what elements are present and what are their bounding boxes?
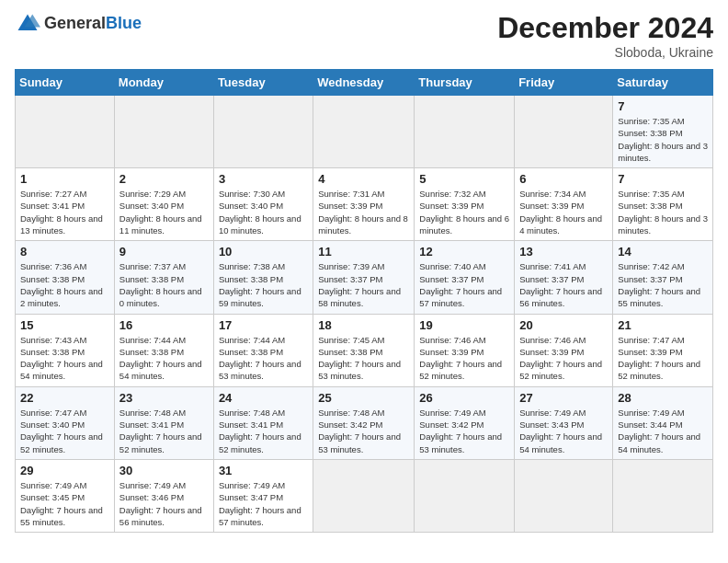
day-info: Sunrise: 7:29 AMSunset: 3:40 PMDaylight:… [119,188,209,236]
calendar-cell: 6Sunrise: 7:34 AMSunset: 3:39 PMDaylight… [515,168,613,241]
calendar-cell: 14Sunrise: 7:42 AMSunset: 3:37 PMDayligh… [613,241,713,314]
day-info: Sunrise: 7:46 AMSunset: 3:39 PMDaylight:… [519,334,608,383]
day-info: Sunrise: 7:30 AMSunset: 3:40 PMDaylight:… [219,188,308,236]
day-number: 30 [119,464,209,477]
calendar-cell [16,96,115,168]
calendar-cell: 18Sunrise: 7:45 AMSunset: 3:38 PMDayligh… [313,314,415,386]
day-number: 5 [419,172,509,186]
day-info: Sunrise: 7:48 AMSunset: 3:41 PMDaylight:… [119,407,209,455]
day-info: Sunrise: 7:49 AMSunset: 3:43 PMDaylight:… [519,407,608,455]
day-info: Sunrise: 7:43 AMSunset: 3:38 PMDaylight:… [20,334,109,383]
day-number: 15 [20,318,109,332]
calendar-cell [613,459,713,532]
logo-general: General [44,14,106,32]
day-number: 7 [618,99,708,113]
calendar-cell [313,96,415,168]
main-title: December 2024 [497,11,713,45]
day-number: 13 [519,245,608,259]
day-info: Sunrise: 7:31 AMSunset: 3:39 PMDaylight:… [318,188,409,236]
day-info: Sunrise: 7:47 AMSunset: 3:40 PMDaylight:… [20,407,109,455]
calendar-cell: 9Sunrise: 7:37 AMSunset: 3:38 PMDaylight… [114,241,213,314]
day-info: Sunrise: 7:49 AMSunset: 3:47 PMDaylight:… [219,479,308,528]
calendar-cell: 4Sunrise: 7:31 AMSunset: 3:39 PMDaylight… [313,168,415,241]
day-number: 20 [519,318,608,332]
calendar-cell: 10Sunrise: 7:38 AMSunset: 3:38 PMDayligh… [213,241,313,314]
title-block: December 2024 Sloboda, Ukraine [497,11,713,60]
calendar-cell [313,459,415,532]
day-number: 14 [618,245,708,259]
day-info: Sunrise: 7:48 AMSunset: 3:42 PMDaylight:… [318,407,409,455]
calendar-cell: 7Sunrise: 7:35 AMSunset: 3:38 PMDaylight… [613,168,713,241]
calendar-cell: 12Sunrise: 7:40 AMSunset: 3:37 PMDayligh… [415,241,515,314]
calendar-day-header: Sunday [16,70,115,96]
day-number: 22 [20,391,109,405]
day-number: 25 [318,391,409,405]
calendar-cell: 16Sunrise: 7:44 AMSunset: 3:38 PMDayligh… [114,314,213,386]
day-number: 31 [219,464,308,477]
calendar-day-header: Tuesday [213,70,313,96]
day-number: 2 [119,172,209,186]
calendar-cell: 11Sunrise: 7:39 AMSunset: 3:37 PMDayligh… [313,241,415,314]
day-info: Sunrise: 7:42 AMSunset: 3:37 PMDaylight:… [618,260,708,309]
day-number: 27 [519,391,608,405]
calendar-cell: 15Sunrise: 7:43 AMSunset: 3:38 PMDayligh… [16,314,115,386]
header: GeneralBlue December 2024 Sloboda, Ukrai… [15,11,713,60]
day-info: Sunrise: 7:27 AMSunset: 3:41 PMDaylight:… [20,188,109,236]
calendar-week-row: 8Sunrise: 7:36 AMSunset: 3:38 PMDaylight… [16,241,713,314]
calendar-cell [415,459,515,532]
calendar-cell: 26Sunrise: 7:49 AMSunset: 3:42 PMDayligh… [415,386,515,459]
calendar-cell: 31Sunrise: 7:49 AMSunset: 3:47 PMDayligh… [213,459,313,532]
day-number: 28 [618,391,708,405]
day-info: Sunrise: 7:49 AMSunset: 3:45 PMDaylight:… [20,479,109,528]
calendar-cell: 22Sunrise: 7:47 AMSunset: 3:40 PMDayligh… [16,386,115,459]
day-info: Sunrise: 7:45 AMSunset: 3:38 PMDaylight:… [318,334,409,383]
day-info: Sunrise: 7:36 AMSunset: 3:38 PMDaylight:… [20,260,109,309]
day-number: 29 [20,464,109,477]
calendar-cell: 25Sunrise: 7:48 AMSunset: 3:42 PMDayligh… [313,386,415,459]
day-number: 17 [219,318,308,332]
day-info: Sunrise: 7:48 AMSunset: 3:41 PMDaylight:… [219,407,308,455]
calendar-cell [415,96,515,168]
day-info: Sunrise: 7:39 AMSunset: 3:37 PMDaylight:… [318,260,409,309]
day-number: 9 [119,245,209,259]
day-info: Sunrise: 7:34 AMSunset: 3:39 PMDaylight:… [519,188,608,236]
day-info: Sunrise: 7:49 AMSunset: 3:46 PMDaylight:… [119,479,209,528]
calendar-cell: 2Sunrise: 7:29 AMSunset: 3:40 PMDaylight… [114,168,213,241]
calendar-cell: 23Sunrise: 7:48 AMSunset: 3:41 PMDayligh… [114,386,213,459]
calendar-week-row: 7Sunrise: 7:35 AMSunset: 3:38 PMDaylight… [16,96,713,168]
day-info: Sunrise: 7:35 AMSunset: 3:38 PMDaylight:… [618,115,708,164]
calendar-cell [213,96,313,168]
day-info: Sunrise: 7:38 AMSunset: 3:38 PMDaylight:… [219,260,308,309]
day-number: 19 [419,318,509,332]
day-number: 23 [119,391,209,405]
calendar-cell: 20Sunrise: 7:46 AMSunset: 3:39 PMDayligh… [515,314,613,386]
day-number: 6 [519,172,608,186]
calendar-cell: 30Sunrise: 7:49 AMSunset: 3:46 PMDayligh… [114,459,213,532]
day-number: 26 [419,391,509,405]
calendar-cell [114,96,213,168]
calendar-cell: 27Sunrise: 7:49 AMSunset: 3:43 PMDayligh… [515,386,613,459]
day-number: 3 [219,172,308,186]
calendar-cell: 29Sunrise: 7:49 AMSunset: 3:45 PMDayligh… [16,459,115,532]
calendar-cell: 21Sunrise: 7:47 AMSunset: 3:39 PMDayligh… [613,314,713,386]
calendar-cell: 3Sunrise: 7:30 AMSunset: 3:40 PMDaylight… [213,168,313,241]
calendar-cell [515,459,613,532]
calendar-cell: 13Sunrise: 7:41 AMSunset: 3:37 PMDayligh… [515,241,613,314]
day-number: 1 [20,172,109,186]
main-container: GeneralBlue December 2024 Sloboda, Ukrai… [0,0,728,540]
day-info: Sunrise: 7:40 AMSunset: 3:37 PMDaylight:… [419,260,509,309]
day-number: 8 [20,245,109,259]
day-number: 10 [219,245,308,259]
day-info: Sunrise: 7:32 AMSunset: 3:39 PMDaylight:… [419,188,509,236]
calendar-week-row: 1Sunrise: 7:27 AMSunset: 3:41 PMDaylight… [16,168,713,241]
calendar-cell: 19Sunrise: 7:46 AMSunset: 3:39 PMDayligh… [415,314,515,386]
day-info: Sunrise: 7:35 AMSunset: 3:38 PMDaylight:… [618,188,708,236]
day-number: 24 [219,391,308,405]
day-info: Sunrise: 7:49 AMSunset: 3:44 PMDaylight:… [618,407,708,455]
calendar-cell [515,96,613,168]
calendar-day-header: Saturday [613,70,713,96]
day-info: Sunrise: 7:46 AMSunset: 3:39 PMDaylight:… [419,334,509,383]
logo: GeneralBlue [15,11,142,37]
day-number: 7 [618,172,708,186]
day-info: Sunrise: 7:44 AMSunset: 3:38 PMDaylight:… [119,334,209,383]
